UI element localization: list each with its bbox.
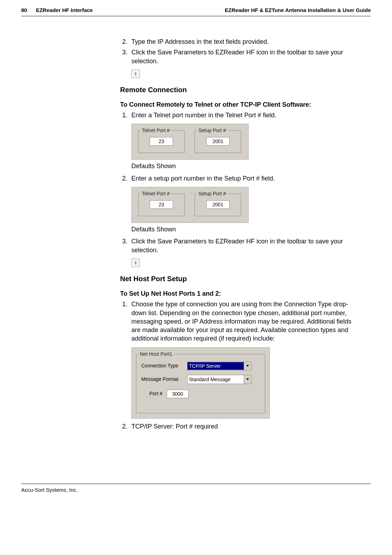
connection-type-dropdown[interactable]: TCP/IP Server [187,361,251,371]
svg-marker-1 [135,74,137,76]
setup-port-label-2: Setup Port # [197,190,227,197]
net-host-port-heading: Net Host Port Setup [120,274,360,284]
telnet-port-group: Telnet Port # 23 [138,130,185,153]
sec2-step1: Enter a Telnet port number in the Telnet… [129,111,360,119]
connection-type-label: Connection Type [141,362,187,369]
setup-port-label: Setup Port # [197,127,227,134]
svg-marker-0 [135,72,137,73]
defaults-caption-2: Defaults Shown [131,225,360,234]
setup-port-input-2[interactable]: 2001 [206,200,230,209]
telnet-port-input[interactable]: 23 [150,137,173,146]
chevron-down-icon[interactable] [244,362,251,370]
svg-marker-2 [135,261,137,262]
telnet-port-label: Telnet Port # [141,127,171,134]
telnet-port-group-2: Telnet Port # 23 [138,194,185,216]
net-host-port1-panel: Net Host Port1 Connection Type TCP/IP Se… [131,347,270,419]
save-parameters-icon [131,70,140,78]
defaults-caption-1: Defaults Shown [131,162,360,170]
port-number-input[interactable]: 3000 [167,390,189,398]
setup-port-input[interactable]: 2001 [206,137,230,146]
message-format-dropdown[interactable]: Standard Message [187,375,251,384]
header-right-title: EZReader HF & EZTune Antenna Installatio… [225,7,371,13]
net-host-port1-legend: Net Host Port1 [138,351,174,358]
sec2-step3: Click the Save Parameters to EZReader HF… [129,237,360,254]
net-host-port-subheading: To Set Up Net Host Ports 1 and 2: [120,289,360,298]
telnet-port-input-2[interactable]: 23 [150,200,173,209]
telnet-setup-port-panel-1: Telnet Port # 23 Setup Port # 2001 [131,124,249,160]
sec3-step2: TCP/IP Server: Port # required [129,422,360,431]
svg-marker-3 [135,263,137,265]
remote-connection-subheading: To Connect Remotely to Telnet or other T… [120,100,360,109]
chevron-down-icon-2[interactable] [244,375,251,384]
telnet-setup-port-panel-2: Telnet Port # 23 Setup Port # 2001 [131,187,249,223]
message-format-label: Message Format [141,376,187,383]
sec3-step1: Choose the type of connection you are us… [129,300,360,343]
header-left-title: EZReader HF Interface [36,7,93,13]
message-format-value: Standard Message [188,376,244,383]
setup-port-group-2: Setup Port # 2001 [195,194,241,216]
sec2-step2: Enter a setup port number in the Setup P… [129,174,360,183]
telnet-port-label-2: Telnet Port # [141,190,171,197]
port-number-label: Port # [141,390,162,397]
connection-type-value: TCP/IP Server [188,362,244,370]
sec1-step2: Type the IP Addresses in the text fields… [129,37,360,46]
remote-connection-heading: Remote Connection [120,85,360,95]
save-parameters-icon-2 [131,259,140,267]
footer-text: Accu-Sort Systems, Inc. [21,487,371,493]
sec1-step3: Click the Save Parameters to EZReader HF… [129,48,360,65]
page-number: 80 [21,7,27,13]
setup-port-group: Setup Port # 2001 [195,130,241,153]
